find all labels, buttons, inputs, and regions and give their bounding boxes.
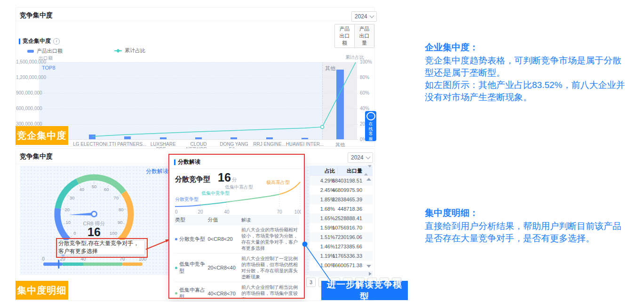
scroll-right-icon[interactable] bbox=[369, 272, 372, 276]
gauge-tick bbox=[119, 195, 120, 196]
year-select-value: 2024 bbox=[351, 154, 364, 161]
top-panel: 竞争集中度 2024 产品出口额 产品出口量 竞企集中度 i 产品出口额 累计占… bbox=[16, 7, 375, 147]
bar-line-chart: TOP8 其他 bbox=[39, 62, 358, 140]
gauge-segment bbox=[120, 192, 131, 240]
column-header-share: 占比 bbox=[325, 167, 335, 175]
gauge-tick bbox=[116, 236, 118, 238]
interpretation-table: 类型分值解读分散竞争型0<CR8<20前八大企业的市场份额相对较小，市场竞争较为… bbox=[174, 215, 299, 299]
y2-axis-tick: 80% bbox=[360, 75, 369, 80]
chevron-down-icon bbox=[366, 155, 370, 159]
interpret-model-button[interactable]: 进一步解读竞争模型 bbox=[321, 281, 408, 300]
desc-cell: 前八大企业控制了一定比例的市场份额，但市场仍然相对分散，不存在明显的寡头垄断现象 bbox=[241, 254, 299, 282]
type-dot-icon bbox=[175, 238, 177, 240]
legend-item-line[interactable]: 累计占比 bbox=[114, 47, 145, 54]
popup-table-header: 类型分值解读 bbox=[174, 215, 299, 224]
service-char: 线 bbox=[369, 127, 373, 132]
type-dot-icon bbox=[175, 292, 177, 294]
type-cell: 分散竞争型 bbox=[174, 236, 207, 243]
gauge-tick bbox=[62, 209, 64, 209]
section-marker bbox=[19, 39, 20, 44]
legend-item-bar[interactable]: 产品出口额 bbox=[27, 48, 63, 55]
note-body: 竞企集中度趋势表格，可判断竞争市场是属于分散 型还是属于垄断型。 如左图所示：其… bbox=[425, 55, 644, 103]
scroll-down-icon[interactable] bbox=[366, 265, 371, 268]
slider-handle[interactable] bbox=[58, 260, 59, 269]
gauge-segment bbox=[78, 177, 124, 192]
note-concentration-detail: 集中度明细： 直接给到用户分析结果，帮助用户判断目前该产品 是否存在大量竞争对手… bbox=[425, 207, 644, 245]
type-cell: 低集中竞争型 bbox=[174, 261, 207, 275]
annotation-label-bottom: 集中度明细 bbox=[16, 281, 68, 300]
gauge-tick-label: 0 bbox=[73, 230, 76, 236]
customer-service-widget[interactable]: ··· 在线客服 bbox=[365, 111, 376, 141]
legend-label: 累计占比 bbox=[125, 47, 145, 54]
table-row[interactable]: 2.45%46809975.90 bbox=[310, 185, 373, 195]
unit-tab-group: 产品出口额 产品出口量 bbox=[334, 24, 374, 48]
gauge-tick-label: 50 bbox=[92, 184, 97, 189]
popup-header: 分数解读 bbox=[169, 155, 304, 168]
bottom-panel-title: 竞争集中度 bbox=[20, 152, 53, 161]
table-row[interactable]: 1.65%2528888.41 bbox=[310, 214, 373, 223]
gauge-tick-label: 90 bbox=[118, 220, 123, 225]
table-row[interactable]: 1.85%22838465.39 bbox=[310, 195, 373, 204]
x-tick-label: 0 bbox=[175, 209, 178, 215]
note-title: 集中度明细： bbox=[425, 207, 644, 219]
range-cell: 20<CR8<40 bbox=[207, 265, 241, 270]
service-char: 服 bbox=[369, 136, 373, 142]
table-row[interactable]: 4.29%88403198.51 bbox=[310, 176, 373, 185]
year-select[interactable]: 2024 bbox=[348, 152, 373, 163]
score-link-label: 分数解读 bbox=[146, 167, 168, 175]
top-panel-title: 竞争集中度 bbox=[20, 11, 53, 20]
table-row: 分散竞争型0<CR8<20前八大企业的市场份额相对较小，市场竞争较为分散，存在大… bbox=[174, 224, 299, 253]
tab-export-amount[interactable]: 产品出口额 bbox=[334, 24, 355, 48]
x-axis-label: 其他 bbox=[320, 142, 360, 148]
sort-icon[interactable] bbox=[364, 167, 368, 174]
tab-export-volume[interactable]: 产品出口量 bbox=[355, 24, 374, 48]
note-enterprise-concentration: 企业集中度： 竞企集中度趋势表格，可判断竞争市场是属于分散 型还是属于垄断型。 … bbox=[425, 41, 644, 103]
slider-segment[interactable] bbox=[83, 262, 122, 266]
info-icon[interactable]: i bbox=[53, 38, 60, 45]
gauge-tick bbox=[63, 223, 65, 224]
section-header: 竞企集中度 i bbox=[19, 37, 60, 45]
y-axis-tick: 1,500,000,000 bbox=[16, 60, 37, 64]
x-tick-label: 100 bbox=[294, 209, 301, 215]
volume-cell: 22838465.39 bbox=[332, 197, 362, 202]
slider-tick-label: 0 bbox=[42, 256, 45, 262]
gauge-tick bbox=[124, 209, 127, 209]
table-row: 低集中竞争型20<CR8<40前八大企业控制了一定比例的市场份额，但市场仍然相对… bbox=[174, 253, 299, 282]
gauge-tick-label: 100 bbox=[110, 230, 117, 236]
scroll-up-icon[interactable] bbox=[366, 178, 371, 181]
gauge-tick-label: 20 bbox=[64, 207, 70, 212]
gauge-tick bbox=[71, 236, 73, 238]
range-cell: 0<CR8<20 bbox=[207, 236, 241, 242]
column-header: 类型 bbox=[174, 216, 207, 223]
slider-segment[interactable] bbox=[122, 262, 143, 266]
volume-cell: 10756916.70 bbox=[332, 225, 362, 230]
table-row[interactable]: 1.59%10756916.70 bbox=[310, 223, 373, 232]
gauge-value: 16 bbox=[87, 225, 101, 238]
desc-cell: 前八大企业控制了相当比例的市场份额，市场集中度较高 bbox=[241, 282, 299, 299]
gauge-pivot bbox=[92, 212, 97, 217]
gauge-tick-label: 30 bbox=[70, 195, 75, 200]
zone-label: 低集中寡占型 bbox=[225, 184, 253, 190]
volume-cell: 2528888.41 bbox=[335, 215, 362, 221]
type-label: 低集中寡占型 bbox=[179, 286, 207, 299]
volume-cell: 448718.36 bbox=[338, 206, 362, 212]
section-marker bbox=[174, 159, 175, 165]
line-legend-icon bbox=[114, 49, 122, 53]
slider-segment[interactable] bbox=[43, 262, 63, 266]
score-curve bbox=[200, 202, 227, 206]
chat-dots-icon: ··· bbox=[366, 112, 375, 120]
gauge-tick bbox=[123, 223, 125, 224]
annotation-arrow bbox=[144, 236, 172, 252]
year-select[interactable]: 2024 bbox=[351, 11, 377, 22]
x-tick-label: 20 bbox=[198, 209, 203, 215]
gauge-tick-label: 70 bbox=[114, 195, 119, 200]
volume-cell: 46809975.90 bbox=[332, 187, 362, 193]
column-header-volume[interactable]: 出口量 bbox=[347, 167, 362, 175]
type-dot-icon bbox=[175, 267, 177, 269]
x-tick-label: 40 bbox=[224, 209, 230, 215]
table-row[interactable]: 1.68%448718.36 bbox=[310, 204, 373, 214]
zone-label: 分散竞争型 bbox=[175, 197, 199, 202]
gauge-tick-label: 60 bbox=[104, 187, 109, 192]
year-select-value: 2024 bbox=[355, 13, 367, 20]
slider-segment[interactable] bbox=[63, 262, 83, 266]
